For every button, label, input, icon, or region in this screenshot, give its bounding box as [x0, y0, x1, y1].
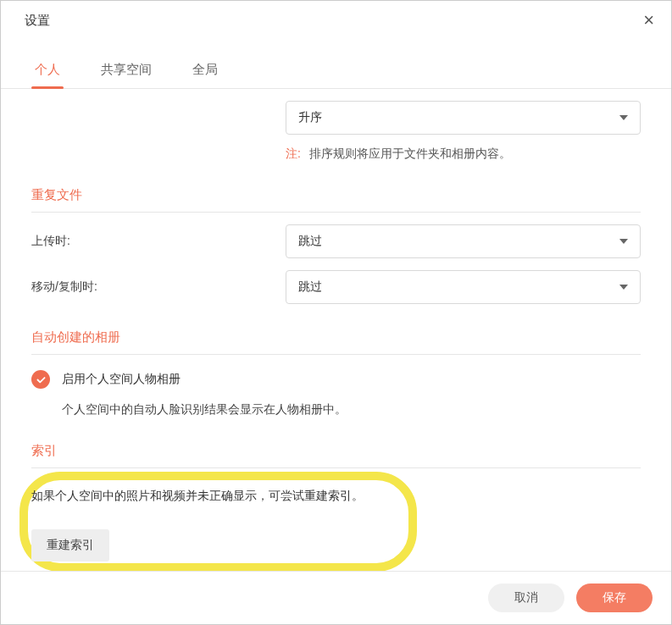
cancel-button[interactable]: 取消 — [488, 584, 564, 612]
dialog-title: 设置 — [25, 13, 50, 29]
titlebar: 设置 × — [1, 1, 671, 40]
chevron-down-icon — [619, 115, 628, 120]
content: 升序 注: 排序规则将应用于文件夹和相册内容。 重复文件 上传时: 跳过 移动/… — [1, 89, 671, 571]
close-icon[interactable]: × — [643, 11, 654, 30]
enable-people-album-row: 启用个人空间人物相册 — [31, 370, 641, 389]
upload-select[interactable]: 跳过 — [286, 224, 641, 258]
tab-shared[interactable]: 共享空间 — [97, 53, 155, 88]
chevron-down-icon — [619, 239, 628, 244]
tab-global[interactable]: 全局 — [189, 53, 221, 88]
check-icon — [36, 374, 47, 385]
tab-personal[interactable]: 个人 — [31, 53, 64, 88]
enable-people-album-label: 启用个人空间人物相册 — [62, 372, 180, 387]
upload-value: 跳过 — [298, 234, 322, 249]
sort-row: 升序 — [31, 101, 641, 135]
upload-label: 上传时: — [31, 234, 286, 249]
save-button[interactable]: 保存 — [576, 584, 653, 612]
move-label: 移动/复制时: — [31, 279, 286, 295]
rebuild-index-button[interactable]: 重建索引 — [31, 529, 109, 561]
enable-people-album-checkbox[interactable] — [31, 370, 50, 389]
sort-value: 升序 — [298, 110, 322, 125]
section-index: 索引 — [31, 443, 641, 468]
settings-dialog: 设置 × 个人 共享空间 全局 升序 注: 排序规则将应用于文件夹和相册内容。 … — [0, 0, 672, 625]
index-block: 如果个人空间中的照片和视频并未正确显示，可尝试重建索引。 重建索引 — [31, 480, 641, 561]
sort-note: 注: 排序规则将应用于文件夹和相册内容。 — [286, 147, 641, 162]
section-auto-album: 自动创建的相册 — [31, 329, 641, 355]
section-duplicate: 重复文件 — [31, 187, 641, 213]
tabs: 个人 共享空间 全局 — [1, 53, 671, 89]
sort-select[interactable]: 升序 — [286, 101, 641, 135]
people-album-desc: 个人空间中的自动人脸识别结果会显示在人物相册中。 — [62, 402, 641, 418]
note-label: 注: — [286, 147, 301, 160]
upload-row: 上传时: 跳过 — [31, 224, 641, 258]
index-text: 如果个人空间中的照片和视频并未正确显示，可尝试重建索引。 — [31, 480, 641, 504]
chevron-down-icon — [619, 285, 628, 290]
note-text: 排序规则将应用于文件夹和相册内容。 — [309, 147, 511, 160]
move-select[interactable]: 跳过 — [286, 270, 641, 304]
footer: 取消 保存 — [1, 571, 671, 624]
move-row: 移动/复制时: 跳过 — [31, 270, 641, 304]
move-value: 跳过 — [298, 279, 322, 295]
